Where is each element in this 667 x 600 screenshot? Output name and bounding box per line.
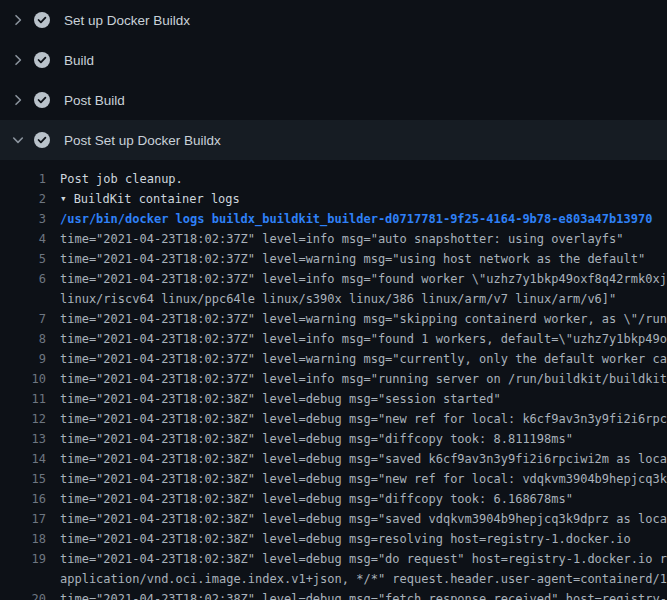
log-row: 17 time="2021-04-23T18:02:38Z" level=deb… xyxy=(0,509,667,529)
log-row: 1 Post job cleanup. xyxy=(0,169,667,189)
line-number[interactable]: 4 xyxy=(0,229,46,249)
chevron-right-icon xyxy=(10,52,26,68)
line-text: time="2021-04-23T18:02:37Z" level=warnin… xyxy=(46,309,667,329)
log-row: 16 time="2021-04-23T18:02:38Z" level=deb… xyxy=(0,489,667,509)
check-circle-icon xyxy=(34,52,50,68)
line-text: time="2021-04-23T18:02:38Z" level=debug … xyxy=(46,469,667,489)
chevron-right-icon xyxy=(10,92,26,108)
log-row: 4 time="2021-04-23T18:02:37Z" level=info… xyxy=(0,229,667,249)
line-number[interactable]: 2 xyxy=(0,189,46,209)
line-text: time="2021-04-23T18:02:38Z" level=debug … xyxy=(46,489,573,509)
line-text: time="2021-04-23T18:02:37Z" level=warnin… xyxy=(46,249,645,269)
log-row: 3 /usr/bin/docker logs buildx_buildkit_b… xyxy=(0,209,667,229)
step-label: Build xyxy=(64,53,94,68)
line-text: Post job cleanup. xyxy=(46,169,183,189)
log-row: 15 time="2021-04-23T18:02:38Z" level=deb… xyxy=(0,469,667,489)
log-row: 5 time="2021-04-23T18:02:37Z" level=warn… xyxy=(0,249,667,269)
line-number[interactable]: 11 xyxy=(0,389,46,409)
line-number[interactable]: 5 xyxy=(0,249,46,269)
log-row: 9 time="2021-04-23T18:02:37Z" level=warn… xyxy=(0,349,667,369)
line-number[interactable]: 20 xyxy=(0,589,46,600)
step-header[interactable]: Post Build xyxy=(0,80,667,120)
line-text: time="2021-04-23T18:02:37Z" level=info m… xyxy=(46,329,667,349)
line-number[interactable]: 1 xyxy=(0,169,46,189)
line-text: time="2021-04-23T18:02:38Z" level=debug … xyxy=(46,549,667,569)
log-row: 13 time="2021-04-23T18:02:38Z" level=deb… xyxy=(0,429,667,449)
check-circle-icon xyxy=(34,12,50,28)
line-number[interactable] xyxy=(0,289,46,309)
line-text: time="2021-04-23T18:02:37Z" level=info m… xyxy=(46,229,624,249)
log-row: 11 time="2021-04-23T18:02:38Z" level=deb… xyxy=(0,389,667,409)
line-number[interactable] xyxy=(0,569,46,589)
line-text: time="2021-04-23T18:02:38Z" level=debug … xyxy=(46,409,667,429)
line-text: time="2021-04-23T18:02:38Z" level=debug … xyxy=(46,389,501,409)
step-header[interactable]: Set up Docker Buildx xyxy=(0,0,667,40)
line-text: time="2021-04-23T18:02:38Z" level=debug … xyxy=(46,509,667,529)
line-text: time="2021-04-23T18:02:37Z" level=info m… xyxy=(46,269,667,289)
step-label: Post Set up Docker Buildx xyxy=(64,133,221,148)
log-row[interactable]: 2 ▾ BuildKit container logs xyxy=(0,189,667,209)
line-number[interactable]: 7 xyxy=(0,309,46,329)
log-row: 19 time="2021-04-23T18:02:38Z" level=deb… xyxy=(0,549,667,569)
log-row: 12 time="2021-04-23T18:02:38Z" level=deb… xyxy=(0,409,667,429)
step-label: Post Build xyxy=(64,93,125,108)
log-row: 6 time="2021-04-23T18:02:37Z" level=info… xyxy=(0,269,667,289)
log-row: 14 time="2021-04-23T18:02:38Z" level=deb… xyxy=(0,449,667,469)
chevron-down-icon xyxy=(10,132,26,148)
log-row: 18 time="2021-04-23T18:02:38Z" level=deb… xyxy=(0,529,667,549)
step-header[interactable]: Post Set up Docker Buildx xyxy=(0,120,667,160)
line-number[interactable]: 18 xyxy=(0,529,46,549)
line-number[interactable]: 12 xyxy=(0,409,46,429)
line-text: linux/riscv64 linux/ppc64le linux/s390x … xyxy=(46,289,616,309)
step-header[interactable]: Build xyxy=(0,40,667,80)
check-circle-icon xyxy=(34,132,50,148)
log-row: 7 time="2021-04-23T18:02:37Z" level=warn… xyxy=(0,309,667,329)
line-text: time="2021-04-23T18:02:38Z" level=debug … xyxy=(46,429,573,449)
line-text: time="2021-04-23T18:02:38Z" level=debug … xyxy=(46,589,667,600)
line-number[interactable]: 8 xyxy=(0,329,46,349)
line-number[interactable]: 9 xyxy=(0,349,46,369)
log-row: 10 time="2021-04-23T18:02:37Z" level=inf… xyxy=(0,369,667,389)
step-label: Set up Docker Buildx xyxy=(64,13,190,28)
line-number[interactable]: 17 xyxy=(0,509,46,529)
line-number[interactable]: 16 xyxy=(0,489,46,509)
line-number[interactable]: 3 xyxy=(0,209,46,229)
steps-list: Set up Docker Buildx Build Post Bu xyxy=(0,0,667,160)
log-row: 8 time="2021-04-23T18:02:37Z" level=info… xyxy=(0,329,667,349)
check-circle-icon xyxy=(34,92,50,108)
line-text: application/vnd.oci.image.index.v1+json,… xyxy=(46,569,667,589)
line-number[interactable]: 13 xyxy=(0,429,46,449)
line-text: time="2021-04-23T18:02:37Z" level=info m… xyxy=(46,369,667,389)
log-row: 20 time="2021-04-23T18:02:38Z" level=deb… xyxy=(0,589,667,600)
line-text: /usr/bin/docker logs buildx_buildkit_bui… xyxy=(46,209,652,229)
line-number[interactable]: 19 xyxy=(0,549,46,569)
line-number[interactable]: 14 xyxy=(0,449,46,469)
line-text: time="2021-04-23T18:02:37Z" level=warnin… xyxy=(46,349,667,369)
line-number[interactable]: 15 xyxy=(0,469,46,489)
log-row: linux/riscv64 linux/ppc64le linux/s390x … xyxy=(0,289,667,309)
log-row: application/vnd.oci.image.index.v1+json,… xyxy=(0,569,667,589)
line-text: time="2021-04-23T18:02:38Z" level=debug … xyxy=(46,529,631,549)
line-text: time="2021-04-23T18:02:38Z" level=debug … xyxy=(46,449,667,469)
line-number[interactable]: 6 xyxy=(0,269,46,289)
line-number[interactable]: 10 xyxy=(0,369,46,389)
chevron-right-icon xyxy=(10,12,26,28)
log-area: 1 Post job cleanup. 2 ▾ BuildKit contain… xyxy=(0,160,667,600)
line-text: BuildKit container logs xyxy=(67,189,240,209)
actions-log-viewer: Set up Docker Buildx Build Post Bu xyxy=(0,0,667,600)
group-toggle-icon: ▾ xyxy=(46,189,67,209)
